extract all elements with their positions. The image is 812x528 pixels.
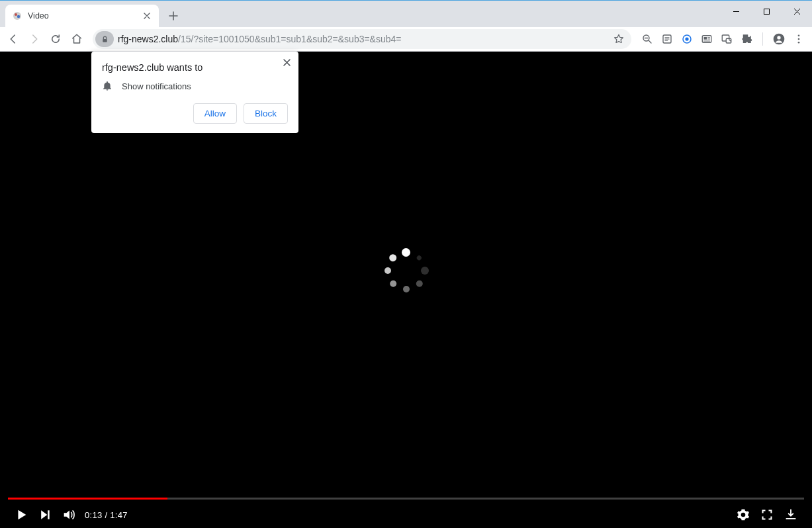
loading-spinner bbox=[383, 247, 429, 294]
extension-zoom-icon[interactable] bbox=[641, 32, 654, 46]
notification-permission-prompt: rfg-news2.club wants to Show notificatio… bbox=[91, 52, 298, 133]
tab-close-button[interactable] bbox=[142, 11, 152, 21]
permission-title: rfg-news2.club wants to bbox=[102, 62, 288, 73]
next-button[interactable] bbox=[33, 503, 57, 527]
extension-puzzle-icon[interactable] bbox=[740, 32, 753, 46]
video-controls: 0:13 / 1:47 bbox=[0, 498, 812, 528]
svg-point-16 bbox=[798, 38, 800, 40]
download-button[interactable] bbox=[779, 503, 803, 527]
toolbar-separator bbox=[762, 32, 763, 46]
volume-button[interactable] bbox=[57, 503, 81, 527]
fullscreen-button[interactable] bbox=[755, 503, 779, 527]
permission-request-text: Show notifications bbox=[122, 81, 191, 91]
url-host: rfg-news2.club bbox=[118, 34, 178, 44]
play-button[interactable] bbox=[9, 503, 33, 527]
browser-toolbar: rfg-news2.club/15/?site=1001050&sub1=sub… bbox=[0, 27, 812, 52]
permission-close-button[interactable] bbox=[280, 56, 293, 69]
extension-target-icon[interactable] bbox=[680, 32, 694, 46]
new-tab-button[interactable] bbox=[164, 7, 183, 25]
svg-rect-3 bbox=[764, 9, 769, 14]
svg-point-0 bbox=[13, 12, 21, 20]
svg-rect-18 bbox=[48, 510, 50, 519]
video-time-display: 0:13 / 1:47 bbox=[85, 510, 128, 520]
video-progress-track[interactable] bbox=[8, 498, 804, 500]
nav-home-button[interactable] bbox=[68, 30, 86, 48]
nav-back-button[interactable] bbox=[4, 30, 23, 48]
time-separator: / bbox=[103, 510, 111, 520]
nav-reload-button[interactable] bbox=[46, 30, 65, 48]
address-bar-url: rfg-news2.club/15/?site=1001050&sub1=sub… bbox=[118, 34, 609, 44]
window-minimize-button[interactable] bbox=[721, 1, 751, 22]
video-duration: 1:47 bbox=[110, 510, 128, 520]
svg-point-17 bbox=[798, 42, 800, 44]
svg-point-8 bbox=[685, 37, 688, 40]
browser-menu-button[interactable] bbox=[792, 32, 805, 46]
bell-icon bbox=[102, 81, 113, 91]
site-security-lock-icon[interactable] bbox=[95, 31, 114, 47]
settings-button[interactable] bbox=[731, 503, 755, 527]
svg-point-2 bbox=[17, 15, 20, 18]
url-path: /15/?site=1001050&sub1=sub1&sub2=&sub3=&… bbox=[178, 34, 401, 44]
permission-block-button[interactable]: Block bbox=[244, 103, 288, 124]
tab-strip: Video bbox=[0, 1, 812, 27]
tab-title: Video bbox=[28, 11, 136, 21]
profile-avatar-icon[interactable] bbox=[772, 32, 786, 46]
tab-favicon bbox=[12, 11, 23, 21]
extension-news-icon[interactable] bbox=[700, 32, 713, 46]
svg-rect-10 bbox=[704, 37, 707, 40]
svg-point-14 bbox=[777, 36, 780, 39]
video-current-time: 0:13 bbox=[85, 510, 103, 520]
nav-forward-button bbox=[25, 30, 44, 48]
svg-point-15 bbox=[798, 34, 800, 36]
window-maximize-button[interactable] bbox=[751, 1, 782, 22]
address-bar[interactable]: rfg-news2.club/15/?site=1001050&sub1=sub… bbox=[93, 29, 631, 49]
svg-point-1 bbox=[15, 13, 17, 16]
video-progress-played bbox=[8, 498, 167, 500]
extension-reader-icon[interactable] bbox=[660, 32, 674, 46]
svg-rect-4 bbox=[103, 38, 107, 42]
extension-picture-icon[interactable] bbox=[720, 32, 733, 46]
window-close-button[interactable] bbox=[782, 1, 812, 22]
browser-tab[interactable]: Video bbox=[5, 5, 159, 27]
bookmark-star-icon[interactable] bbox=[613, 33, 625, 45]
permission-allow-button[interactable]: Allow bbox=[193, 103, 237, 124]
